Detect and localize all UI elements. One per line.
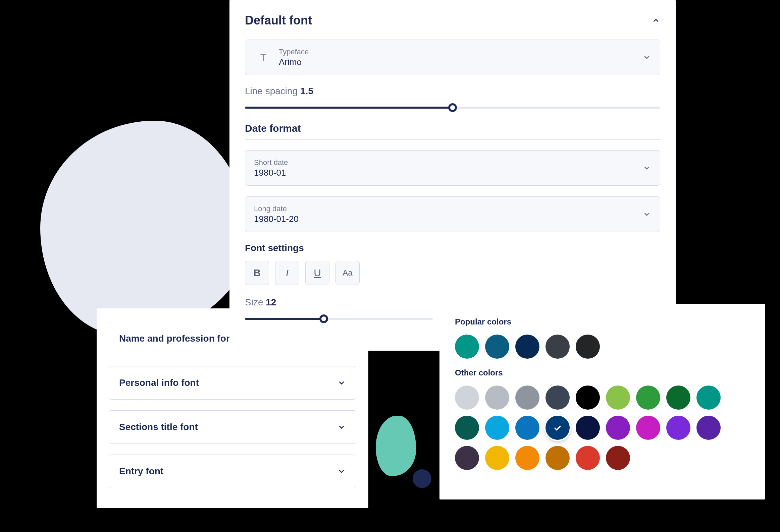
panel-title: Default font [245, 13, 312, 28]
background-dot [412, 469, 431, 488]
color-swatch[interactable] [455, 385, 479, 410]
underline-button[interactable]: U [305, 261, 330, 285]
line-spacing-slider[interactable] [245, 103, 660, 112]
size-value: 12 [266, 297, 276, 307]
popular-colors-title: Popular colors [455, 317, 749, 326]
color-swatch[interactable] [636, 385, 660, 410]
section-entry-font[interactable]: Entry font [109, 455, 356, 488]
color-swatch[interactable] [696, 385, 721, 410]
background-blob [40, 121, 248, 335]
long-date-select[interactable]: Long date 1980-01-20 [245, 197, 660, 232]
chevron-down-icon [642, 53, 651, 62]
color-swatch[interactable] [455, 416, 479, 440]
size-label: Size [245, 297, 263, 307]
color-picker-card: Popular colors Other colors [439, 304, 765, 499]
color-swatch[interactable] [606, 385, 630, 410]
color-swatch[interactable] [606, 416, 630, 440]
date-format-title: Date format [245, 123, 660, 140]
color-swatch[interactable] [636, 416, 660, 440]
short-date-value: 1980-01 [254, 168, 642, 178]
chevron-up-icon[interactable] [651, 16, 660, 25]
line-spacing-label: Line spacing [245, 86, 298, 96]
long-date-value: 1980-01-20 [254, 214, 642, 224]
italic-button[interactable]: I [275, 261, 299, 285]
color-swatch[interactable] [576, 446, 600, 470]
typeface-value: Arimo [279, 57, 642, 67]
other-colors-grid [455, 385, 730, 470]
color-swatch[interactable] [485, 416, 509, 440]
check-icon [552, 423, 563, 433]
popular-colors-row [455, 334, 749, 359]
bold-button[interactable]: B [245, 261, 269, 285]
slider-fill [245, 318, 324, 320]
color-swatch[interactable] [545, 446, 570, 470]
color-swatch[interactable] [696, 416, 721, 440]
section-sections-title[interactable]: Sections title font [109, 410, 356, 444]
chevron-down-icon [337, 467, 346, 476]
color-swatch[interactable] [485, 334, 509, 359]
slider-fill [245, 107, 452, 109]
color-swatch[interactable] [576, 416, 600, 440]
case-button[interactable]: Aa [336, 261, 360, 285]
chevron-down-icon [642, 164, 651, 172]
typeface-select[interactable]: T Typeface Arimo [245, 40, 660, 75]
background-blob-2 [376, 416, 416, 476]
other-colors-title: Other colors [455, 368, 749, 377]
section-label: Sections title font [119, 422, 198, 432]
typeface-icon: T [254, 52, 273, 63]
color-swatch[interactable] [455, 334, 479, 359]
chevron-down-icon [337, 423, 346, 431]
line-spacing-value: 1.5 [300, 86, 313, 96]
slider-thumb[interactable] [448, 103, 457, 112]
color-swatch[interactable] [545, 385, 570, 410]
color-swatch[interactable] [576, 385, 600, 410]
section-label: Name and profession font [119, 333, 235, 344]
color-swatch[interactable] [515, 446, 539, 470]
section-label: Personal info font [119, 377, 199, 388]
chevron-down-icon [337, 378, 346, 387]
color-swatch[interactable] [666, 385, 690, 410]
color-swatch[interactable] [666, 416, 690, 440]
size-slider[interactable] [245, 314, 433, 323]
short-date-label: Short date [254, 158, 642, 167]
color-swatch[interactable] [515, 385, 539, 410]
slider-thumb[interactable] [320, 314, 328, 323]
section-personal-info[interactable]: Personal info font [109, 366, 356, 400]
color-swatch[interactable] [515, 334, 539, 359]
color-swatch[interactable] [576, 334, 600, 359]
color-swatch[interactable] [485, 385, 509, 410]
color-swatch[interactable] [455, 446, 479, 470]
color-swatch[interactable] [606, 446, 630, 470]
chevron-down-icon [642, 210, 651, 219]
short-date-select[interactable]: Short date 1980-01 [245, 150, 660, 186]
color-swatch[interactable] [545, 334, 570, 359]
long-date-label: Long date [254, 205, 642, 213]
typeface-label: Typeface [279, 48, 642, 56]
color-swatch[interactable] [515, 416, 539, 440]
color-swatch[interactable] [485, 446, 509, 470]
section-label: Entry font [119, 466, 163, 477]
color-swatch[interactable] [545, 416, 570, 440]
font-settings-title: Font settings [245, 243, 660, 254]
default-font-panel: Default font T Typeface Arimo Line spaci… [230, 0, 676, 351]
